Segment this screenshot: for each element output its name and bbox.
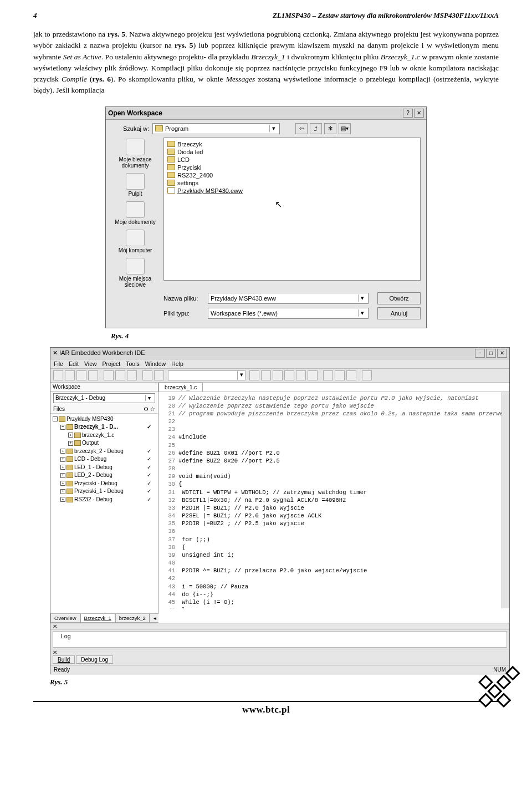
source-code[interactable]: 19// Wlaczenie brzeczyka nastepuje poprz… [158,392,509,608]
vertical-scrollbar[interactable] [502,392,509,608]
menu-file[interactable]: File [54,360,63,367]
expand-icon[interactable]: + [60,465,65,470]
minimize-icon[interactable]: − [475,349,485,358]
copy-icon[interactable] [115,370,125,380]
save-icon[interactable] [76,370,86,380]
expand-icon[interactable]: + [60,497,65,502]
project-tree[interactable]: − Przykłady MSP430− Brzeczyk_1 - D...✓+ … [50,414,158,613]
chevron-down-icon[interactable]: ▾ [358,294,366,302]
tree-item[interactable]: + Przyciski - Debug✓ [53,480,156,488]
config-combo[interactable]: Brzeczyk_1 - Debug▾ [53,393,155,403]
menu-window[interactable]: Window [145,360,166,367]
place-recent[interactable]: Moje bieżące dokumenty [111,139,159,169]
editor-tab[interactable]: brzeczyk_1.c [158,383,203,392]
tab-brzeczyk-2[interactable]: brzeczyk_2 [115,614,150,623]
expand-icon[interactable]: + [60,489,65,494]
find-next-icon[interactable] [273,370,283,380]
tab-brzeczyk-1[interactable]: Brzeczyk_1 [80,614,115,623]
expand-icon[interactable]: + [60,473,65,478]
place-computer[interactable]: Mój komputer [111,230,159,253]
place-network[interactable]: Moje miejsca sieciowe [111,258,159,288]
close-icon[interactable]: ✕ [497,349,507,358]
new-folder-button[interactable]: ✻ [324,123,336,134]
cancel-button[interactable]: Anuluj [377,307,421,319]
expand-icon[interactable]: − [53,416,58,421]
expand-icon[interactable]: + [68,441,73,446]
tree-item[interactable]: + Output [53,439,156,448]
tree-item[interactable]: + brzeczyk_2 - Debug✓ [53,448,156,456]
tree-item[interactable]: − Brzeczyk_1 - D...✓ [53,423,156,431]
place-mydocs[interactable]: Moje dokumenty [111,201,159,225]
nav-back-icon[interactable] [296,370,306,380]
expand-icon[interactable]: + [68,433,73,438]
menu-edit[interactable]: Edit [69,360,79,367]
code-line: 30{ [163,480,505,488]
svg-rect-0 [507,667,519,679]
expand-icon[interactable]: − [60,425,65,430]
chevron-down-icon[interactable]: ▾ [358,309,366,317]
close-icon[interactable]: ✕ [414,109,424,118]
menu-project[interactable]: Project [103,360,121,367]
tab-build[interactable]: Build [53,655,75,664]
filename-input[interactable]: Przykłady MSP430.eww▾ [208,293,369,304]
toolbar: ▾ [50,369,509,383]
look-in-combo[interactable]: Program ▾ [152,123,280,134]
tab-debug-log[interactable]: Debug Log [76,655,113,664]
find-prev-icon[interactable] [261,370,271,380]
menu-help[interactable]: Help [171,360,183,367]
code-line: 40 [163,559,505,567]
views-button[interactable]: ▤▾ [339,123,351,134]
chevron-down-icon[interactable]: ▾ [269,125,277,132]
tree-item[interactable]: + Przyciski_1 - Debug✓ [53,487,156,496]
bookmark-icon[interactable] [284,370,294,380]
tree-item[interactable]: + brzeczyk_1.c [53,431,156,440]
stop-icon[interactable] [346,370,356,380]
tree-item[interactable]: − Przykłady MSP430 [53,415,156,424]
menu-tools[interactable]: Tools [126,360,140,367]
list-item[interactable]: RS232_2400 [167,171,417,179]
new-icon[interactable] [53,370,63,380]
print-icon[interactable] [88,370,98,380]
nav-fwd-icon[interactable] [308,370,318,380]
tree-item[interactable]: + LED_1 - Debug✓ [53,464,156,472]
chevron-down-icon[interactable]: ▾ [237,371,245,380]
place-desktop[interactable]: Pulpit [111,173,159,197]
list-item-selected[interactable]: Przykłady MSP430.eww [167,187,417,195]
redo-icon[interactable] [154,370,164,380]
menu-view[interactable]: View [84,360,97,367]
back-button[interactable]: ⇦ [295,123,308,134]
expand-icon[interactable]: + [60,457,65,462]
chevron-down-icon[interactable]: ▾ [145,395,153,401]
debug-icon[interactable] [362,370,372,380]
help-icon[interactable]: ? [403,109,413,118]
maximize-icon[interactable]: □ [486,349,496,358]
cut-icon[interactable] [104,370,114,380]
up-button[interactable]: ⮥ [310,123,322,134]
undo-icon[interactable] [142,370,152,380]
list-item[interactable]: Dioda led [167,148,417,156]
filetype-combo[interactable]: Workspace Files (*.eww)▾ [208,308,369,319]
code-line: 19// Wlaczenie brzeczyka nastepuje poprz… [163,394,505,402]
log-body[interactable]: Log [53,631,507,648]
tree-label: LCD - Debug [74,455,106,464]
code-line: 37 for (;;) [163,536,505,543]
file-list[interactable]: Brzeczyk Dioda led LCD Przyciski RS232_2… [163,138,421,281]
open-button[interactable]: Otwórz [377,292,421,304]
make-icon[interactable] [335,370,345,380]
paste-icon[interactable] [127,370,137,380]
code-line: 36 [163,527,505,535]
expand-icon[interactable]: + [60,449,65,454]
list-item[interactable]: Brzeczyk [167,140,417,148]
open-icon[interactable] [65,370,75,380]
find-icon[interactable] [249,370,259,380]
list-item[interactable]: settings [167,179,417,187]
tree-item[interactable]: + LCD - Debug✓ [53,455,156,464]
list-item[interactable]: Przyciski [167,164,417,171]
list-item[interactable]: LCD [167,156,417,164]
compile-icon[interactable] [323,370,333,380]
folder-icon [66,456,73,462]
tree-item[interactable]: + LED_2 - Debug✓ [53,471,156,480]
tab-overview[interactable]: Overview [50,614,80,623]
tree-item[interactable]: + RS232 - Debug✓ [53,496,156,504]
expand-icon[interactable]: + [60,481,65,486]
